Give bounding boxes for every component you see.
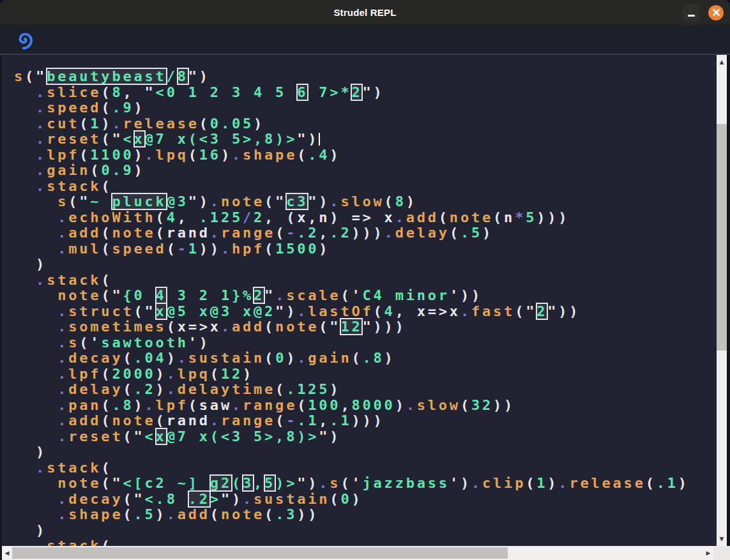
code-line[interactable]: ) (14, 257, 717, 273)
code-token: , (340, 397, 351, 413)
code-line[interactable]: .delay(.2).delaytime(.125) (14, 382, 717, 398)
code-line[interactable]: .echoWith(4, .125/2, (x,n) => x.add(note… (14, 210, 717, 226)
code-token: . (384, 225, 395, 241)
code-line[interactable]: .stack( (14, 179, 717, 195)
code-token: ( (210, 366, 221, 382)
scrollbar-corner (713, 546, 730, 560)
code-token: ) (319, 241, 330, 257)
code-token: 32 (471, 397, 493, 413)
code-token: . (36, 84, 47, 100)
code-line[interactable]: .slice(8, "<0 1 2 3 4 5 6 7>*2") (14, 85, 717, 101)
code-token: decay (68, 491, 123, 507)
scroll-right-arrow-icon[interactable]: ▶ (703, 546, 713, 560)
code-token: @3 (167, 193, 188, 209)
code-token: (" (123, 428, 144, 444)
code-token: 4 (384, 303, 395, 319)
code-token: ) (330, 147, 340, 163)
code-area[interactable]: s("beautybeast/8") .slice(8, "<0 1 2 3 4… (2, 55, 717, 546)
code-token: . (178, 350, 188, 366)
code-line[interactable]: .add(note(rand.range(-.1,.1))) (14, 413, 717, 429)
code-token: 8 (395, 193, 406, 209)
code-line[interactable]: .decay(.04).sustain(0).gain(.8) (14, 351, 717, 367)
code-line[interactable]: .cut(1).release(0.05) (14, 116, 717, 132)
code-token: . (57, 350, 68, 366)
code-line[interactable]: s("beautybeast/8") (14, 69, 717, 85)
code-token: rand (167, 412, 210, 428)
scroll-left-arrow-icon[interactable]: ◀ (2, 546, 12, 560)
code-line[interactable]: .struct("x@5 x@3 x@2").lastOf(4, x=>x.fa… (14, 304, 717, 320)
code-token: / (243, 209, 254, 225)
strudel-spiral-logo-icon[interactable] (13, 28, 36, 51)
code-token: )) (297, 506, 319, 522)
code-line[interactable]: .mul(speed(-1)).hpf(1500) (14, 241, 717, 257)
code-token (14, 131, 36, 147)
code-token: reset (68, 428, 123, 444)
code-line[interactable]: .speed(.9) (14, 100, 717, 116)
vertical-scrollbar-thumb[interactable] (717, 124, 727, 351)
code-token: sustain (254, 491, 330, 507)
code-line[interactable]: .add(note(rand.range(-.2,.2))).delay(.5) (14, 225, 717, 241)
code-token: "))) (362, 319, 406, 335)
close-button[interactable] (708, 5, 724, 20)
code-token: . (395, 209, 406, 225)
code-token: , (319, 225, 330, 241)
code-token: ( (275, 381, 286, 397)
code-token: 3 2 1}% (167, 287, 254, 303)
code-line[interactable]: .pan(.8).lpf(saw.range(100,8000).slow(32… (14, 398, 717, 414)
code-line[interactable]: .reset("<x@7 x(<3 5>,8)>") (14, 429, 717, 445)
code-token: ~ (90, 193, 112, 209)
code-line[interactable]: .sometimes(x=>x.add(note("12"))) (14, 319, 717, 335)
code-token: <[c2 ~] (123, 475, 209, 491)
code-token: stack (47, 538, 101, 546)
code-token: ") (362, 84, 384, 100)
code-line[interactable]: .s('sawtooth') (14, 335, 717, 351)
code-token: ") (221, 491, 243, 507)
titlebar[interactable]: Strudel REPL (0, 0, 730, 25)
code-line[interactable]: .stack( (14, 538, 717, 546)
code-token: . (232, 147, 243, 163)
code-token: 1500 (275, 241, 319, 257)
code-token: - (178, 241, 188, 257)
code-line[interactable]: .shape(.5).add(note(.3)) (14, 507, 717, 523)
code-line[interactable]: .stack( (14, 273, 717, 289)
code-token: add (406, 209, 439, 225)
strudel-repl-window: Strudel REPL s("beautybeast/8") .slice(8… (0, 0, 730, 560)
code-token: / (167, 68, 178, 84)
code-token: lpf (68, 366, 101, 382)
code-token: s (68, 335, 79, 351)
code-token: .125 (286, 381, 330, 397)
code-line[interactable]: ) (14, 523, 717, 539)
code-token: (' (79, 335, 101, 351)
highlighted-token: 6 (297, 84, 308, 100)
code-token: ) (286, 350, 297, 366)
code-line[interactable]: .gain(0.9) (14, 163, 717, 179)
code-line[interactable]: ) (14, 444, 717, 460)
code-token: ')) (450, 287, 482, 303)
horizontal-scrollbar-track[interactable] (12, 546, 703, 560)
code-token: ))) (351, 412, 384, 428)
code-line[interactable]: .lpf(1100).lpq(16).shape(.4) (14, 148, 717, 163)
code-token: range (221, 225, 275, 241)
code-line[interactable]: .decay("<.8 .2>").sustain(0) (14, 492, 717, 508)
horizontal-scrollbar[interactable]: ◀ ▶ (0, 546, 730, 560)
code-line[interactable]: note("{0 4 3 2 1}%2".scale('C4 minor')) (14, 288, 717, 304)
code-line[interactable]: .reset("<x@7 x(<3 5>,8)>") (14, 132, 717, 148)
code-token: ) (134, 147, 145, 163)
code-token: . (57, 381, 68, 397)
scroll-up-arrow-icon[interactable]: ▲ (717, 56, 727, 68)
code-token: ) (101, 116, 112, 132)
code-token: add (178, 506, 210, 522)
code-token: ) (134, 162, 145, 178)
scroll-down-arrow-icon[interactable]: ▼ (717, 533, 727, 545)
minimize-button[interactable] (683, 4, 699, 21)
code-token: stack (47, 460, 101, 476)
code-line[interactable]: s("~ pluck@3").note("c3").slow(8) (14, 194, 717, 210)
vertical-scrollbar[interactable]: ▲ ▼ (717, 55, 730, 546)
code-token: ) (395, 397, 406, 413)
code-line[interactable]: note("<[c2 ~] g2(3,5)>").s('jazzbass').c… (14, 476, 717, 492)
code-token: .5 (134, 506, 156, 522)
code-line[interactable]: .lpf(2000).lpq(12) (14, 367, 717, 382)
code-line[interactable]: .stack( (14, 460, 717, 476)
code-token: .2 (134, 381, 156, 397)
horizontal-scrollbar-thumb[interactable] (12, 547, 508, 559)
